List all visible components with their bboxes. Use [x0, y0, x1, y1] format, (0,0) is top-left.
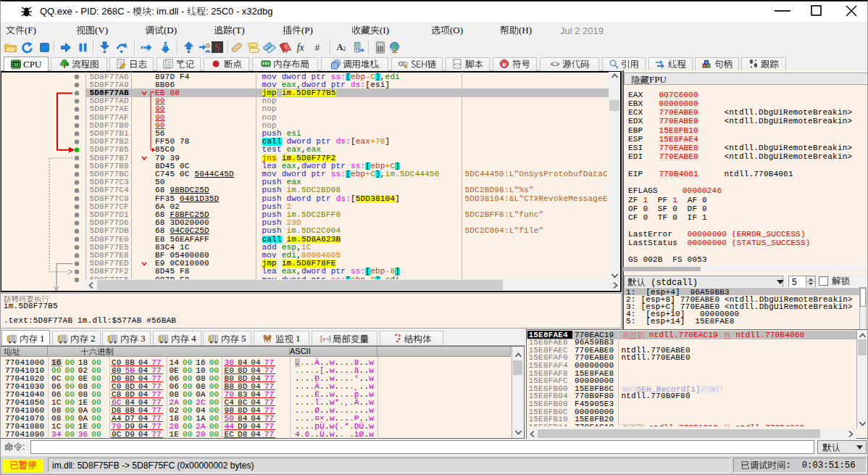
svg-text:#: # — [315, 43, 320, 53]
svg-text:fx: fx — [297, 42, 304, 53]
svg-text:<>: <> — [454, 61, 462, 67]
svg-text:e: e — [503, 61, 506, 68]
svg-text:]: ] — [329, 335, 331, 342]
svg-text:x: x — [322, 335, 325, 342]
svg-text:2: 2 — [343, 46, 346, 52]
svg-text:A: A — [337, 42, 343, 52]
svg-text:<>: <> — [550, 60, 559, 69]
